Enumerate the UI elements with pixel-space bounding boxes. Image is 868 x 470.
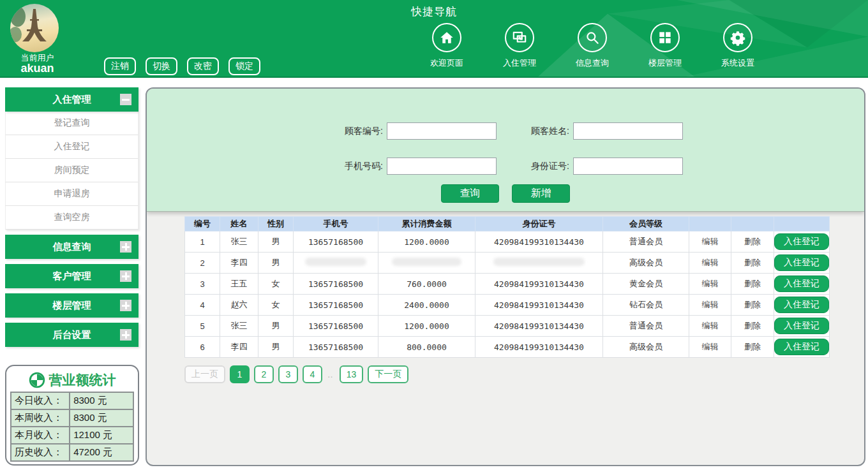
checkin-button[interactable]: 入住登记: [774, 297, 829, 313]
delete-link[interactable]: 删除: [744, 300, 761, 309]
edit-link[interactable]: 编辑: [702, 300, 719, 309]
cell-gender: 女: [258, 295, 294, 316]
nav-label: 信息查询: [576, 57, 609, 69]
page-button-1[interactable]: 1: [230, 365, 250, 383]
cell-delete: 删除: [731, 337, 774, 358]
customer-name-input[interactable]: [573, 122, 683, 140]
nav-item-welcome[interactable]: 欢迎页面: [414, 23, 480, 69]
checkin-button[interactable]: 入住登记: [774, 318, 829, 334]
current-user-name: akuan: [4, 62, 71, 75]
header-action-0[interactable]: 注销: [104, 57, 136, 75]
table-row: 4赵六女136571685002400.00004209841993101344…: [185, 295, 830, 316]
checkin-button[interactable]: 入住登记: [774, 254, 829, 271]
cell-checkin: 入住登记: [774, 253, 830, 274]
cell-gender: 男: [258, 253, 294, 274]
header-action-3[interactable]: 锁定: [228, 57, 260, 75]
sidebar-item-0-2[interactable]: 房间预定: [5, 159, 138, 182]
sidebar-section-2[interactable]: 客户管理: [5, 264, 138, 288]
cell-id: 3: [185, 274, 220, 295]
edit-link[interactable]: 编辑: [702, 342, 719, 351]
stats-value: 8300 元: [70, 409, 133, 427]
redacted-value: [392, 258, 461, 266]
sidebar-item-0-0[interactable]: 登记查询: [5, 112, 138, 135]
cell-level: 钻石会员: [603, 295, 689, 316]
stats-row: 本月收入：12100 元: [11, 427, 133, 444]
cell-id: 4: [185, 295, 220, 316]
cell-phone: [294, 253, 378, 274]
nav-item-floor[interactable]: 楼层管理: [632, 23, 698, 69]
next-page-button[interactable]: 下一页: [368, 365, 408, 383]
cell-level: 普通会员: [603, 316, 689, 337]
form-pair: 身份证号:: [514, 158, 683, 175]
prev-page-button[interactable]: 上一页: [184, 365, 225, 383]
nav-item-settings[interactable]: 系统设置: [705, 23, 771, 69]
page-button-13[interactable]: 13: [340, 365, 364, 383]
pie-chart-icon: [29, 372, 45, 388]
page-button-3[interactable]: 3: [278, 365, 298, 383]
sidebar-item-0-1[interactable]: 入住登记: [5, 135, 138, 159]
expand-icon[interactable]: [120, 270, 131, 282]
sidebar-submenu: 登记查询入住登记房间预定申请退房查询空房: [5, 112, 138, 230]
cell-name: 李四: [220, 337, 258, 358]
sidebar-item-0-4[interactable]: 查询空房: [5, 206, 138, 230]
delete-link[interactable]: 删除: [744, 258, 761, 267]
cell-id: 6: [185, 337, 220, 358]
revenue-stats-panel: 营业额统计 今日收入：8300 元本周收入：8300 元本月收入：12100 元…: [5, 365, 139, 466]
delete-link[interactable]: 删除: [744, 342, 761, 351]
page-title: 快捷导航: [0, 4, 868, 19]
sidebar-item-0-3[interactable]: 申请退房: [5, 182, 138, 206]
cell-id: 2: [185, 253, 220, 274]
phone-number-input[interactable]: [387, 158, 497, 175]
sidebar-section-3[interactable]: 楼层管理: [5, 293, 138, 318]
delete-link[interactable]: 删除: [744, 279, 761, 288]
current-user-caption: 当前用户: [4, 54, 71, 62]
collapse-icon[interactable]: [120, 94, 131, 105]
table-row: 3王五女13657168500760.000042098419931013443…: [185, 274, 830, 295]
revenue-stats-table: 今日收入：8300 元本周收入：8300 元本月收入：12100 元历史收入：4…: [10, 392, 134, 462]
page-button-2[interactable]: 2: [254, 365, 274, 383]
edit-link[interactable]: 编辑: [702, 258, 719, 267]
header-action-2[interactable]: 改密: [187, 57, 219, 75]
checkin-button[interactable]: 入住登记: [774, 233, 829, 250]
table-row: 5张三男136571685001200.00004209841993101344…: [185, 316, 830, 337]
id-card-input[interactable]: [573, 158, 683, 175]
delete-link[interactable]: 删除: [744, 321, 761, 330]
cell-amount: 800.0000: [378, 337, 475, 358]
cell-checkin: 入住登记: [774, 337, 830, 358]
header-action-1[interactable]: 切换: [146, 57, 177, 75]
expand-icon[interactable]: [120, 241, 131, 253]
nav-label: 入住管理: [503, 57, 536, 69]
add-button[interactable]: 新增: [512, 184, 570, 203]
search-form-buttons: 查询 新增: [147, 184, 864, 203]
cell-checkin: 入住登记: [774, 274, 830, 295]
id-card-label: 身份证号:: [514, 161, 569, 172]
stats-value: 8300 元: [70, 392, 133, 409]
edit-link[interactable]: 编辑: [702, 279, 719, 288]
nav-item-info-query[interactable]: 信息查询: [559, 23, 625, 69]
page-button-4[interactable]: 4: [303, 365, 322, 383]
nav-label: 欢迎页面: [430, 57, 463, 69]
customer-no-input[interactable]: [387, 122, 497, 140]
expand-icon[interactable]: [120, 300, 131, 311]
sidebar-section-label: 后台设置: [5, 329, 138, 341]
cell-id_card: 420984199310134430: [475, 316, 603, 337]
cell-delete: 删除: [731, 231, 774, 253]
sidebar-section-0[interactable]: 入住管理: [5, 87, 138, 112]
expand-icon[interactable]: [120, 329, 131, 341]
nav-item-checkin[interactable]: 入住管理: [486, 23, 553, 69]
delete-link[interactable]: 删除: [744, 237, 761, 246]
sidebar-section-4[interactable]: 后台设置: [5, 323, 138, 347]
checkin-button[interactable]: 入住登记: [774, 339, 829, 355]
edit-link[interactable]: 编辑: [702, 237, 719, 246]
col-header-1: 姓名: [220, 217, 258, 231]
search-form: 顾客编号:顾客姓名: 手机号码:身份证号: 查询 新增: [147, 89, 864, 212]
cell-id_card: [475, 253, 603, 274]
checkin-button[interactable]: 入住登记: [774, 275, 829, 292]
cell-name: 张三: [220, 231, 258, 253]
query-button[interactable]: 查询: [441, 184, 499, 203]
customer-table-wrap: 编号姓名性别手机号累计消费金额身份证号会员等级 1张三男136571685001…: [184, 216, 830, 358]
cell-phone: 13657168500: [294, 316, 378, 337]
col-header-3: 手机号: [294, 217, 378, 231]
edit-link[interactable]: 编辑: [702, 321, 719, 330]
sidebar-section-1[interactable]: 信息查询: [5, 235, 138, 259]
